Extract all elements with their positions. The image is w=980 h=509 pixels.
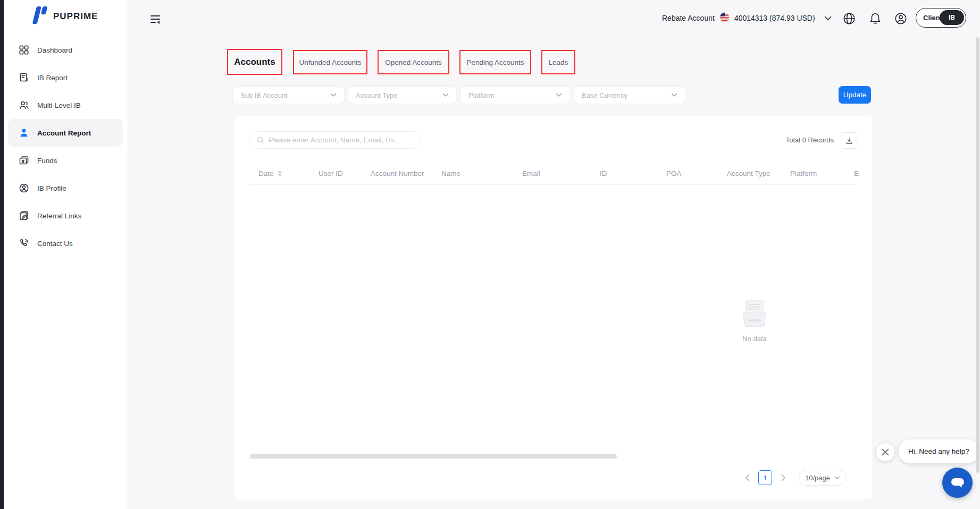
close-icon xyxy=(882,448,889,456)
column-header-poa: POA xyxy=(666,169,682,177)
select-placeholder: Base Currency xyxy=(582,91,627,99)
select-placeholder: Account Type xyxy=(356,91,398,99)
select-placeholder: Platform xyxy=(468,91,494,99)
chevron-down-icon xyxy=(824,13,832,23)
column-header-name: Name xyxy=(441,169,460,177)
window-edge-strip xyxy=(0,0,4,509)
person-icon xyxy=(19,128,29,138)
records-card: Total 0 Records Date User ID Account Num… xyxy=(234,116,872,499)
tab-accounts[interactable]: Accounts xyxy=(227,49,282,75)
account-number-balance: 40014313 (874.93 USD) xyxy=(734,14,815,22)
column-header-email: Email xyxy=(522,169,540,177)
page-scrollbar-thumb[interactable] xyxy=(976,37,979,473)
page-number-button[interactable]: 1 xyxy=(758,470,772,485)
horizontal-scrollbar-thumb[interactable] xyxy=(250,454,617,459)
page-size-label: 10/page xyxy=(805,474,830,482)
sidebar-item-label: Dashboard xyxy=(37,46,72,54)
next-page-icon[interactable] xyxy=(778,470,788,485)
account-type-label: Rebate Account xyxy=(662,14,715,22)
chevron-down-icon xyxy=(556,93,562,97)
profile-icon xyxy=(19,183,29,193)
chevron-down-icon xyxy=(442,93,449,97)
sort-icon[interactable] xyxy=(278,170,282,177)
money-icon: $ xyxy=(19,155,29,166)
no-data-label: No data xyxy=(728,335,781,343)
sidebar-item-label: Contact Us xyxy=(37,240,73,248)
chat-greeting-bubble[interactable]: Hi. Need any help? xyxy=(899,439,979,463)
account-switcher[interactable]: Rebate Account 40014313 (874.93 USD) xyxy=(662,10,832,27)
column-header-platform: Platform xyxy=(790,169,817,177)
brand-name: PUPRIME xyxy=(53,11,98,22)
tab-leads[interactable]: Leads xyxy=(541,50,575,74)
client-ib-toggle[interactable]: Client IB xyxy=(916,8,966,28)
sidebar-item-label: Account Report xyxy=(37,129,91,137)
chat-greeting-text: Hi. Need any help? xyxy=(908,447,969,455)
chevron-down-icon xyxy=(330,93,337,97)
download-icon xyxy=(845,137,853,145)
sidebar-menu: Dashboard IB Report xyxy=(4,36,128,257)
dashboard-icon xyxy=(19,45,29,55)
sidebar-item-funds[interactable]: $ Funds xyxy=(8,147,123,174)
tab-label: Unfunded Accounts xyxy=(299,58,361,66)
notification-bell-icon[interactable] xyxy=(868,12,882,26)
chevron-down-icon xyxy=(671,93,677,97)
download-button[interactable] xyxy=(841,132,857,149)
report-icon xyxy=(19,72,29,83)
tab-label: Pending Accounts xyxy=(466,58,524,66)
platform-select[interactable]: Platform xyxy=(460,86,570,104)
svg-text:$: $ xyxy=(22,159,24,164)
chat-launcher-button[interactable] xyxy=(942,468,973,498)
sidebar-item-ib-profile[interactable]: IB Profile xyxy=(8,174,123,202)
puprime-logo-icon xyxy=(29,5,48,28)
previous-page-icon[interactable] xyxy=(742,470,752,485)
phone-icon xyxy=(19,238,29,249)
chevron-down-icon xyxy=(834,476,840,480)
table-header-divider xyxy=(249,184,857,185)
column-header-date[interactable]: Date xyxy=(258,169,282,177)
column-header-id: ID xyxy=(600,169,607,177)
sidebar-item-label: IB Report xyxy=(37,74,68,82)
search-icon xyxy=(256,136,264,144)
column-header-user-id: User ID xyxy=(319,169,343,177)
chat-close-button[interactable] xyxy=(876,443,894,461)
sidebar-item-label: Referral Links xyxy=(37,212,81,220)
no-data-icon xyxy=(740,300,769,327)
search-input[interactable] xyxy=(269,136,414,144)
sidebar: PUPRIME Dashboard xyxy=(4,0,128,509)
column-header-truncated: E xyxy=(854,169,859,177)
user-profile-icon[interactable] xyxy=(894,12,908,26)
tab-label: Leads xyxy=(549,58,568,66)
us-flag-icon xyxy=(719,12,730,24)
tab-label: Opened Accounts xyxy=(385,58,442,66)
empty-state: No data xyxy=(728,300,781,343)
page-size-select[interactable]: 10/page xyxy=(799,470,847,486)
referral-link-icon xyxy=(19,210,29,221)
account-type-select[interactable]: Account Type xyxy=(348,86,457,104)
tab-unfunded-accounts[interactable]: Unfunded Accounts xyxy=(293,50,367,74)
sidebar-item-dashboard[interactable]: Dashboard xyxy=(8,36,123,64)
language-globe-icon[interactable] xyxy=(842,12,856,26)
tab-pending-accounts[interactable]: Pending Accounts xyxy=(459,50,531,74)
people-icon xyxy=(19,100,29,111)
table-header-row: Date User ID Account Number Name Email I… xyxy=(234,165,872,184)
tab-opened-accounts[interactable]: Opened Accounts xyxy=(378,50,449,74)
select-placeholder: Sub IB Account xyxy=(240,91,288,99)
column-header-account-type: Account Type xyxy=(727,169,770,177)
toggle-ib-label[interactable]: IB xyxy=(940,10,964,25)
brand-logo[interactable]: PUPRIME xyxy=(29,5,98,28)
sidebar-item-referral-links[interactable]: Referral Links xyxy=(8,202,123,230)
sidebar-item-label: Multi-Level IB xyxy=(37,101,81,109)
sidebar-collapse-icon[interactable] xyxy=(149,13,162,26)
sidebar-item-account-report[interactable]: Account Report xyxy=(8,119,123,147)
sidebar-item-ib-report[interactable]: IB Report xyxy=(8,64,123,91)
records-search[interactable] xyxy=(249,131,421,149)
update-button[interactable]: Update xyxy=(839,86,871,104)
sidebar-item-label: IB Profile xyxy=(37,184,66,192)
base-currency-select[interactable]: Base Currency xyxy=(574,86,685,104)
sidebar-item-contact-us[interactable]: Contact Us xyxy=(8,230,123,257)
column-header-account-number: Account Number xyxy=(371,169,424,177)
sub-ib-account-select[interactable]: Sub IB Account xyxy=(232,86,345,104)
total-records-label: Total 0 Records xyxy=(786,136,834,144)
chat-bubble-icon xyxy=(950,477,965,489)
sidebar-item-multi-level-ib[interactable]: Multi-Level IB xyxy=(8,91,123,119)
